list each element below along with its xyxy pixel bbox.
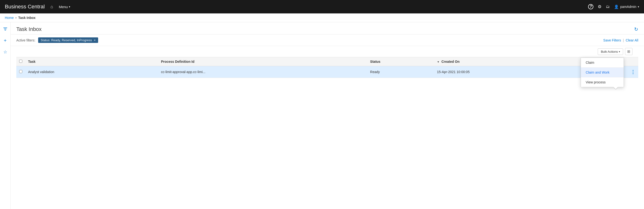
refresh-icon[interactable]: ↻ (634, 26, 638, 32)
row-checkbox-cell (16, 66, 25, 78)
filter-tag-status[interactable]: Status: Ready, Reserved, InProgress × (38, 37, 98, 43)
table-header-checkbox (16, 57, 25, 66)
user-chevron-icon: ▾ (638, 5, 639, 8)
table-header-status: Status (367, 57, 434, 66)
task-table: Task Process Definition Id Status ▼ Crea… (16, 57, 638, 78)
home-nav-icon[interactable]: ⌂ (50, 4, 53, 9)
row-process-def-cell: cc-limit-approval-app.cc-limi... (158, 66, 367, 78)
context-menu-item-view-process[interactable]: View process (581, 77, 624, 87)
row-status-cell: Ready (367, 66, 434, 78)
table-header-status-label: Status (370, 60, 380, 63)
help-icon[interactable]: ? (588, 4, 593, 9)
filter-tag-text: Status: Ready, Reserved, InProgress (40, 38, 92, 42)
content-area: Task Inbox ↻ Active filters: Status: Rea… (10, 22, 644, 209)
user-menu[interactable]: 👤 pamAdmin ▾ (614, 4, 639, 9)
clear-all-button[interactable]: Clear All (626, 38, 638, 42)
page-header: Task Inbox ↻ (10, 22, 644, 34)
table-body: Analyst validation cc-limit-approval-app… (16, 66, 638, 78)
table-header-created-on[interactable]: ▼ Created On (434, 57, 594, 66)
breadcrumb: Home » Task Inbox (0, 13, 644, 22)
context-menu-item-claim-and-work[interactable]: Claim and Work (581, 68, 624, 77)
page-title: Task Inbox (16, 26, 42, 32)
nav-icons-group: ? ⚙ 🗂 👤 pamAdmin ▾ (588, 4, 639, 9)
table-header-task: Task (25, 57, 158, 66)
sort-icon-created-on: ▼ (437, 60, 440, 63)
breadcrumb-home[interactable]: Home (5, 16, 14, 20)
context-menu-item-claim[interactable]: Claim (581, 58, 624, 67)
table-header-created-on-label: Created On (442, 60, 460, 63)
table-row[interactable]: Analyst validation cc-limit-approval-app… (16, 66, 638, 78)
sidebar: + ☆ (0, 22, 10, 209)
context-menu: Claim Claim and Work View process (581, 57, 624, 87)
filter-tag-close-icon[interactable]: × (94, 38, 96, 42)
filter-actions: Save Filters | Clear All (603, 38, 638, 42)
save-filters-button[interactable]: Save Filters (603, 38, 621, 42)
active-filters-label: Active filters: (16, 38, 35, 42)
row-actions-button[interactable]: ⋮ (630, 69, 635, 75)
table-header-process-def-label: Process Definition Id (161, 60, 194, 63)
columns-button[interactable]: ⊞ (625, 48, 632, 55)
user-icon: 👤 (614, 4, 619, 9)
select-all-checkbox[interactable] (19, 60, 22, 63)
menu-button[interactable]: Menu ▾ (59, 5, 70, 9)
bulk-actions-button[interactable]: Bulk Actions ▾ (598, 48, 623, 55)
row-task-cell: Analyst validation (25, 66, 158, 78)
bulk-actions-label: Bulk Actions (601, 50, 618, 53)
user-label: pamAdmin (620, 5, 636, 9)
row-created-on-cell: 15-Apr-2021 10:00:05 (434, 66, 594, 78)
sidebar-add-icon[interactable]: + (2, 37, 9, 44)
columns-icon: ⊞ (627, 49, 630, 53)
sidebar-filter-icon[interactable] (2, 25, 9, 33)
bulk-actions-chevron-icon: ▾ (619, 50, 620, 53)
top-navigation: Business Central ⌂ Menu ▾ ? ⚙ 🗂 👤 pamAdm… (0, 0, 644, 13)
app-brand: Business Central (5, 3, 45, 10)
breadcrumb-separator: » (15, 16, 17, 19)
filter-actions-separator: | (623, 38, 624, 42)
toolbar: Bulk Actions ▾ ⊞ Claim Claim and Work Vi… (16, 46, 638, 57)
settings-icon[interactable]: ⚙ (598, 4, 602, 9)
filter-bar: Active filters: Status: Ready, Reserved,… (10, 34, 644, 46)
main-layout: + ☆ Task Inbox ↻ Active filters: Status:… (0, 22, 644, 209)
table-header-task-label: Task (28, 60, 36, 63)
task-manager-icon[interactable]: 🗂 (606, 4, 610, 9)
sidebar-star-icon[interactable]: ☆ (2, 48, 9, 56)
table-area: Bulk Actions ▾ ⊞ Claim Claim and Work Vi… (10, 46, 644, 78)
table-header: Task Process Definition Id Status ▼ Crea… (16, 57, 638, 66)
table-header-process-def: Process Definition Id (158, 57, 367, 66)
row-checkbox[interactable] (19, 70, 22, 73)
breadcrumb-current: Task Inbox (18, 16, 36, 20)
